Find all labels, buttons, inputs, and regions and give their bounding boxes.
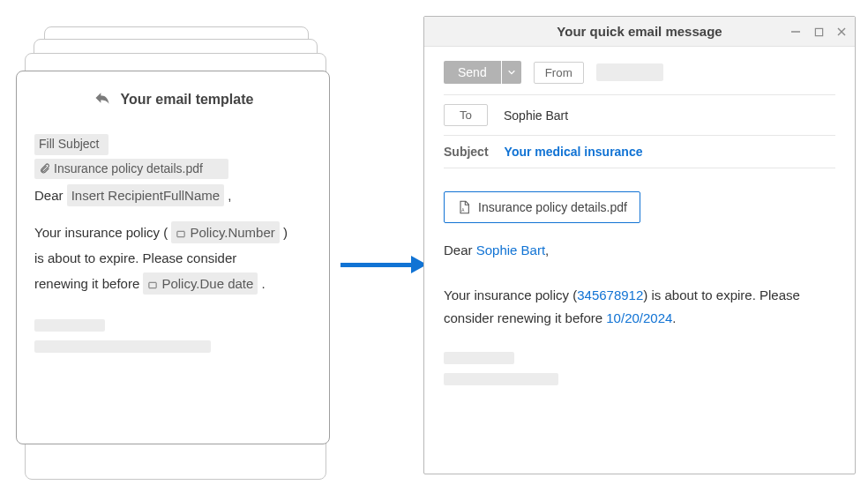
subject-placeholder[interactable]: Fill Subject: [34, 134, 108, 155]
template-greeting-row: Dear Insert RecipientFullName ,: [34, 184, 311, 207]
window-controls: [789, 17, 848, 47]
send-button[interactable]: Send: [444, 61, 501, 84]
arrow-icon: [340, 254, 427, 275]
svg-rect-2: [340, 263, 413, 267]
message-paragraph: Your insurance policy (345678912) is abo…: [444, 284, 835, 329]
to-value[interactable]: Sophie Bart: [504, 108, 568, 123]
close-icon[interactable]: [835, 26, 848, 38]
body-suffix: .: [672, 310, 676, 325]
send-dropdown-button[interactable]: [501, 61, 521, 84]
message-greeting: Dear Sophie Bart,: [444, 239, 835, 262]
body-prefix: Your insurance policy (: [444, 287, 577, 302]
compose-body: Send From To Sophie Bart Subject Your me…: [424, 47, 855, 401]
minimize-icon[interactable]: [789, 26, 802, 38]
subject-label: Subject: [444, 145, 489, 159]
skeleton-line: [444, 352, 514, 364]
subject-row: Subject Your medical insurance: [444, 145, 835, 159]
from-button[interactable]: From: [534, 62, 584, 84]
send-button-group: Send: [444, 61, 521, 84]
window-titlebar: Your quick email message: [424, 17, 855, 47]
divider: [444, 94, 835, 95]
policy-number-value: 345678912: [577, 287, 643, 302]
subject-value[interactable]: Your medical insurance: [505, 145, 643, 159]
from-value-placeholder: [596, 63, 663, 81]
maximize-icon[interactable]: [812, 26, 825, 38]
greeting-prefix: Dear: [34, 188, 64, 203]
body-text-3: is about to expire. Please consider: [34, 245, 311, 271]
template-card: Your email template Fill Subject Insuran…: [16, 71, 330, 444]
body-text-4: renewing it before: [34, 276, 139, 291]
compose-window: Your quick email message Send From: [423, 16, 856, 474]
template-header: Your email template: [34, 89, 311, 109]
pdf-file-icon: A: [457, 199, 471, 215]
policy-due-field[interactable]: Policy.Due date: [143, 272, 258, 295]
body-end: .: [262, 276, 266, 291]
send-row: Send From: [444, 61, 835, 84]
svg-rect-5: [815, 28, 822, 35]
greeting-comma: ,: [228, 188, 231, 203]
attachment-chip[interactable]: A Insurance policy details.pdf: [444, 191, 640, 223]
chevron-down-icon: [507, 68, 516, 77]
policy-number-field-text: Policy.Number: [190, 225, 274, 240]
template-stack: Your email template Fill Subject Insuran…: [16, 26, 330, 481]
attachment-name: Insurance policy details.pdf: [478, 200, 627, 214]
policy-due-field-text: Policy.Due date: [161, 276, 253, 291]
svg-rect-0: [177, 231, 184, 236]
attachment-placeholder-text: Insurance policy details.pdf: [54, 161, 203, 175]
reply-icon: [93, 89, 112, 109]
skeleton-line: [444, 373, 558, 385]
skeleton-line: [34, 340, 211, 353]
svg-text:A: A: [461, 208, 465, 213]
message-body[interactable]: Dear Sophie Bart, Your insurance policy …: [444, 239, 835, 385]
skeleton-line: [34, 319, 105, 332]
template-title-text: Your email template: [121, 92, 254, 108]
greeting-prefix: Dear: [444, 243, 476, 257]
recipient-placeholder[interactable]: Insert RecipientFullName: [67, 184, 224, 206]
divider: [444, 135, 835, 136]
body-text-1: Your insurance policy (: [34, 225, 168, 240]
body-text-2: ): [283, 225, 288, 240]
divider: [444, 168, 835, 168]
svg-rect-1: [149, 282, 156, 287]
to-button[interactable]: To: [444, 104, 488, 126]
due-date-value: 10/20/2024: [606, 310, 672, 325]
to-row: To Sophie Bart: [444, 104, 835, 126]
attachment-placeholder[interactable]: Insurance policy details.pdf: [34, 159, 228, 180]
recipient-name-link: Sophie Bart: [476, 243, 545, 257]
greeting-suffix: ,: [545, 243, 549, 257]
template-body: Your insurance policy ( Policy.Number ) …: [34, 220, 311, 297]
policy-number-field[interactable]: Policy.Number: [171, 221, 279, 243]
